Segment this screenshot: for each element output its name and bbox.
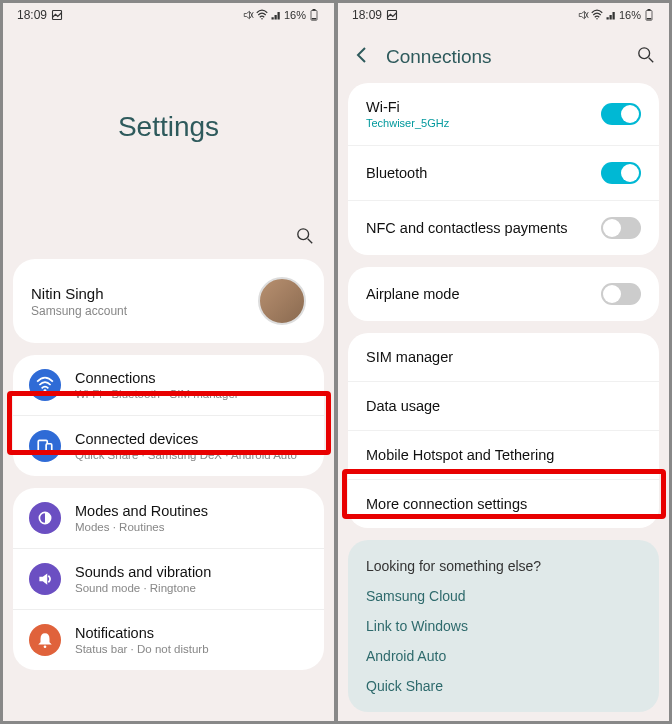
profile-sub: Samsung account (31, 304, 127, 318)
devices-icon (29, 430, 61, 462)
row-title: Mobile Hotspot and Tethering (366, 447, 554, 463)
status-bar: 18:09 16% (338, 3, 669, 27)
svg-line-6 (308, 239, 313, 244)
row-title: Wi-Fi (366, 99, 449, 115)
looking-title: Looking for something else? (366, 558, 641, 574)
hotspot-row[interactable]: Mobile Hotspot and Tethering (348, 430, 659, 479)
wifi-icon (256, 9, 268, 21)
notification-icon (29, 624, 61, 656)
row-title: Modes and Routines (75, 503, 208, 519)
settings-group-1: Connections Wi-Fi · Bluetooth · SIM mana… (13, 355, 324, 476)
row-title: Airplane mode (366, 286, 460, 302)
row-title: Data usage (366, 398, 440, 414)
svg-point-17 (639, 48, 650, 59)
svg-rect-4 (312, 18, 317, 20)
data-usage-row[interactable]: Data usage (348, 381, 659, 430)
bluetooth-row[interactable]: Bluetooth (348, 145, 659, 200)
settings-row-connections[interactable]: Connections Wi-Fi · Bluetooth · SIM mana… (13, 355, 324, 415)
airplane-toggle[interactable] (601, 283, 641, 305)
battery-percent: 16% (619, 9, 641, 21)
row-title: More connection settings (366, 496, 527, 512)
search-icon (296, 227, 314, 245)
page-title: Connections (386, 46, 623, 68)
profile-card[interactable]: Nitin Singh Samsung account (13, 259, 324, 343)
profile-name: Nitin Singh (31, 285, 127, 302)
modes-icon (29, 502, 61, 534)
page-title: Settings (118, 111, 219, 143)
wifi-icon (29, 369, 61, 401)
settings-group-2: Modes and Routines Modes · Routines Soun… (13, 488, 324, 670)
row-sub: Status bar · Do not disturb (75, 643, 209, 655)
mute-icon (242, 9, 254, 21)
battery-icon (643, 9, 655, 21)
connections-group-3: SIM manager Data usage Mobile Hotspot an… (348, 333, 659, 528)
connections-group-2: Airplane mode (348, 267, 659, 321)
search-button[interactable] (296, 227, 314, 249)
battery-percent: 16% (284, 9, 306, 21)
header: Connections (338, 27, 669, 83)
signal-icon (270, 9, 282, 21)
search-button[interactable] (637, 46, 655, 68)
settings-row-sounds[interactable]: Sounds and vibration Sound mode · Ringto… (13, 548, 324, 609)
more-connection-settings-row[interactable]: More connection settings (348, 479, 659, 528)
row-sub: Sound mode · Ringtone (75, 582, 211, 594)
status-bar: 18:09 16% (3, 3, 334, 27)
link-samsung-cloud[interactable]: Samsung Cloud (366, 588, 641, 604)
svg-rect-3 (313, 9, 316, 11)
svg-point-13 (596, 18, 598, 20)
row-title: Sounds and vibration (75, 564, 211, 580)
status-time: 18:09 (352, 8, 382, 22)
svg-rect-16 (647, 18, 652, 20)
row-title: NFC and contactless payments (366, 220, 567, 236)
link-android-auto[interactable]: Android Auto (366, 648, 641, 664)
nfc-row[interactable]: NFC and contactless payments (348, 200, 659, 255)
row-title: Notifications (75, 625, 209, 641)
bluetooth-toggle[interactable] (601, 162, 641, 184)
settings-screen: 18:09 16% Settings Nitin Singh Samsung a… (2, 2, 335, 722)
settings-row-connected-devices[interactable]: Connected devices Quick Share · Samsung … (13, 415, 324, 476)
settings-hero: Settings (3, 27, 334, 227)
link-link-to-windows[interactable]: Link to Windows (366, 618, 641, 634)
mute-icon (577, 9, 589, 21)
wifi-icon (591, 9, 603, 21)
svg-point-7 (44, 389, 47, 392)
airplane-row[interactable]: Airplane mode (348, 267, 659, 321)
sim-manager-row[interactable]: SIM manager (348, 333, 659, 381)
row-title: Connections (75, 370, 239, 386)
status-icons: 16% (242, 9, 320, 21)
row-sub: Techwiser_5GHz (366, 117, 449, 129)
svg-point-1 (261, 18, 263, 20)
row-title: Bluetooth (366, 165, 427, 181)
battery-icon (308, 9, 320, 21)
back-button[interactable] (352, 45, 372, 69)
row-title: SIM manager (366, 349, 453, 365)
svg-rect-15 (648, 9, 651, 11)
search-icon (637, 46, 655, 64)
row-title: Connected devices (75, 431, 297, 447)
picture-icon (51, 9, 63, 21)
wifi-toggle[interactable] (601, 103, 641, 125)
settings-row-modes[interactable]: Modes and Routines Modes · Routines (13, 488, 324, 548)
connections-group-1: Wi-Fi Techwiser_5GHz Bluetooth NFC and c… (348, 83, 659, 255)
link-quick-share[interactable]: Quick Share (366, 678, 641, 694)
row-sub: Quick Share · Samsung DeX · Android Auto (75, 449, 297, 461)
status-icons: 16% (577, 9, 655, 21)
svg-point-11 (44, 645, 47, 648)
connections-screen: 18:09 16% Connections Wi-Fi Techwiser_5G… (337, 2, 670, 722)
looking-for-card: Looking for something else? Samsung Clou… (348, 540, 659, 712)
avatar[interactable] (258, 277, 306, 325)
status-time: 18:09 (17, 8, 47, 22)
nfc-toggle[interactable] (601, 217, 641, 239)
svg-rect-9 (46, 444, 52, 453)
signal-icon (605, 9, 617, 21)
row-sub: Modes · Routines (75, 521, 208, 533)
wifi-row[interactable]: Wi-Fi Techwiser_5GHz (348, 83, 659, 145)
picture-icon (386, 9, 398, 21)
row-sub: Wi-Fi · Bluetooth · SIM manager (75, 388, 239, 400)
svg-line-18 (649, 58, 654, 63)
settings-row-notifications[interactable]: Notifications Status bar · Do not distur… (13, 609, 324, 670)
sound-icon (29, 563, 61, 595)
chevron-left-icon (352, 45, 372, 65)
svg-point-5 (298, 229, 309, 240)
